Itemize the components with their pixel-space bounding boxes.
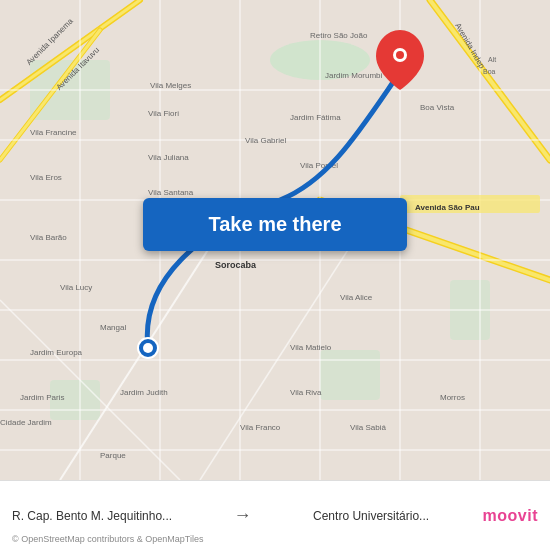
svg-text:Parque: Parque — [100, 451, 126, 460]
svg-text:Avenida São Pau: Avenida São Pau — [415, 203, 480, 212]
svg-text:Vila Lucy: Vila Lucy — [60, 283, 92, 292]
svg-text:Vila Riva: Vila Riva — [290, 388, 322, 397]
svg-text:Jardim Morumbi: Jardim Morumbi — [325, 71, 383, 80]
origin-text: R. Cap. Bento M. Jequitinho... — [12, 509, 172, 523]
svg-text:Jardim Europa: Jardim Europa — [30, 348, 83, 357]
svg-text:Alt: Alt — [488, 56, 496, 63]
svg-text:Vila Juliana: Vila Juliana — [148, 153, 189, 162]
svg-text:Vila Eros: Vila Eros — [30, 173, 62, 182]
moovit-text: moovit — [483, 507, 538, 525]
svg-text:Retiro São João: Retiro São João — [310, 31, 368, 40]
svg-text:Jardim Paris: Jardim Paris — [20, 393, 64, 402]
svg-text:Boa Vista: Boa Vista — [420, 103, 455, 112]
bottom-bar: R. Cap. Bento M. Jequitinho... → Centro … — [0, 480, 550, 550]
svg-text:Vila Fiori: Vila Fiori — [148, 109, 179, 118]
svg-text:Vila Franco: Vila Franco — [240, 423, 281, 432]
svg-text:Jardim Judith: Jardim Judith — [120, 388, 168, 397]
destination-text: Centro Universitário... — [313, 509, 429, 523]
svg-text:Morros: Morros — [440, 393, 465, 402]
svg-text:Cidade Jardim: Cidade Jardim — [0, 418, 52, 427]
svg-text:Vila Gabriel: Vila Gabriel — [245, 136, 286, 145]
map-container: Avenida Ipanema Avenida Itavuvu Avenida … — [0, 0, 550, 480]
take-me-there-button[interactable]: Take me there — [143, 198, 407, 251]
svg-point-55 — [143, 343, 153, 353]
svg-text:Vila Francine: Vila Francine — [30, 128, 77, 137]
svg-text:Vila Santana: Vila Santana — [148, 188, 194, 197]
moovit-logo: moovit — [483, 507, 538, 525]
svg-text:Sorocaba: Sorocaba — [215, 260, 257, 270]
svg-text:Vila Sabiá: Vila Sabiá — [350, 423, 386, 432]
svg-text:Vila Barão: Vila Barão — [30, 233, 67, 242]
direction-arrow: → — [226, 505, 260, 526]
svg-text:Vila Matielo: Vila Matielo — [290, 343, 332, 352]
svg-rect-3 — [320, 350, 380, 400]
svg-point-58 — [396, 51, 404, 59]
svg-text:Mangal: Mangal — [100, 323, 126, 332]
attribution-text: © OpenStreetMap contributors & OpenMapTi… — [12, 534, 203, 544]
svg-text:Boa: Boa — [483, 68, 496, 75]
svg-text:Vila Alice: Vila Alice — [340, 293, 373, 302]
svg-text:Jardim Fátima: Jardim Fátima — [290, 113, 341, 122]
svg-text:Vila Melges: Vila Melges — [150, 81, 191, 90]
